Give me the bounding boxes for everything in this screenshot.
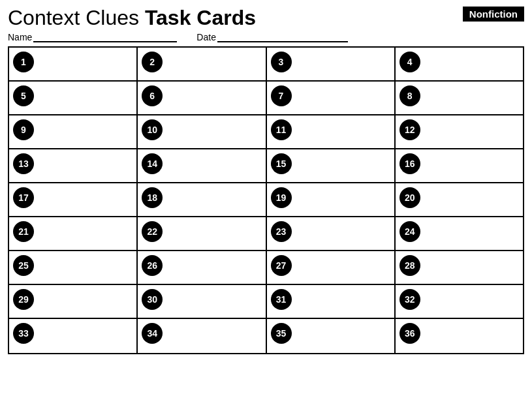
grid-row: 29303132: [9, 285, 523, 319]
cell-number: 20: [399, 187, 420, 208]
cell-number: 24: [399, 221, 420, 242]
cell-number: 14: [142, 153, 163, 174]
grid-cell: 20: [396, 183, 523, 216]
grid-cell: 17: [9, 183, 138, 216]
grid-row: 17181920: [9, 183, 523, 217]
cell-number: 10: [142, 119, 163, 140]
title-bold: Task Cards: [145, 6, 256, 29]
grid-cell: 31: [267, 285, 396, 318]
grid-cell: 22: [138, 217, 266, 250]
cell-number: 32: [399, 289, 420, 310]
name-line: [33, 32, 177, 42]
date-label: Date: [196, 32, 216, 42]
cell-number: 29: [13, 289, 34, 310]
grid-cell: 15: [267, 149, 396, 182]
cell-number: 36: [399, 323, 420, 344]
grid-cell: 24: [396, 217, 523, 250]
cell-number: 7: [271, 85, 292, 106]
header: Context Clues Task Cards Nonfiction: [8, 7, 524, 29]
cell-number: 23: [271, 221, 292, 242]
grid-cell: 1: [9, 48, 138, 80]
grid-cell: 34: [138, 319, 266, 353]
grid-cell: 7: [267, 82, 396, 114]
grid-row: 13141516: [9, 149, 523, 183]
name-label: Name: [8, 32, 32, 42]
cell-number: 22: [142, 221, 163, 242]
cell-number: 31: [271, 289, 292, 310]
cell-number: 12: [399, 119, 420, 140]
grid-cell: 23: [267, 217, 396, 250]
cell-number: 25: [13, 255, 34, 276]
grid-cell: 33: [9, 319, 138, 353]
grid-cell: 16: [396, 149, 523, 182]
grid-cell: 32: [396, 285, 523, 318]
cell-number: 9: [13, 119, 34, 140]
name-date-row: Name Date: [8, 32, 524, 42]
cell-number: 17: [13, 187, 34, 208]
grid-cell: 36: [396, 319, 523, 353]
page-title: Context Clues Task Cards: [8, 7, 256, 29]
grid-cell: 18: [138, 183, 266, 216]
grid-cell: 19: [267, 183, 396, 216]
cell-number: 34: [142, 323, 163, 344]
cell-number: 28: [399, 255, 420, 276]
grid-cell: 9: [9, 115, 138, 148]
grid-row: 21222324: [9, 217, 523, 251]
grid-cell: 6: [138, 82, 266, 114]
cell-number: 13: [13, 153, 34, 174]
cell-number: 27: [271, 255, 292, 276]
grid-cell: 3: [267, 48, 396, 80]
page: Context Clues Task Cards Nonfiction Name…: [0, 0, 532, 411]
cell-number: 18: [142, 187, 163, 208]
grid-row: 1234: [9, 48, 523, 82]
cell-number: 19: [271, 187, 292, 208]
cell-number: 35: [271, 323, 292, 344]
grid-cell: 4: [396, 48, 523, 80]
grid-cell: 8: [396, 82, 523, 114]
grid-cell: 12: [396, 115, 523, 148]
grid-cell: 29: [9, 285, 138, 318]
title-regular: Context Clues: [8, 6, 145, 29]
cell-number: 11: [271, 119, 292, 140]
grid-row: 9101112: [9, 115, 523, 149]
cell-number: 16: [399, 153, 420, 174]
cell-number: 2: [142, 52, 163, 72]
grid-cell: 28: [396, 251, 523, 284]
grid-cell: 30: [138, 285, 266, 318]
date-line: [217, 32, 348, 42]
grid-cell: 14: [138, 149, 266, 182]
grid-cell: 26: [138, 251, 266, 284]
cell-number: 8: [399, 85, 420, 106]
grid-cell: 27: [267, 251, 396, 284]
cell-number: 21: [13, 221, 34, 242]
grid-cell: 10: [138, 115, 266, 148]
grid-cell: 13: [9, 149, 138, 182]
cell-number: 33: [13, 323, 34, 344]
grid-cell: 21: [9, 217, 138, 250]
nonfiction-badge: Nonfiction: [463, 7, 524, 22]
grid-row: 5678: [9, 82, 523, 115]
grid-cell: 35: [267, 319, 396, 353]
cell-number: 6: [142, 85, 163, 106]
grid-row: 25262728: [9, 251, 523, 285]
cell-number: 5: [13, 85, 34, 106]
cell-number: 3: [271, 52, 292, 72]
cell-number: 15: [271, 153, 292, 174]
cell-number: 30: [142, 289, 163, 310]
grid-cell: 5: [9, 82, 138, 114]
answer-grid: 1234567891011121314151617181920212223242…: [8, 46, 524, 354]
grid-cell: 25: [9, 251, 138, 284]
cell-number: 26: [142, 255, 163, 276]
grid-row: 33343536: [9, 319, 523, 353]
cell-number: 1: [13, 52, 34, 72]
grid-cell: 2: [138, 48, 266, 80]
grid-cell: 11: [267, 115, 396, 148]
cell-number: 4: [399, 52, 420, 72]
